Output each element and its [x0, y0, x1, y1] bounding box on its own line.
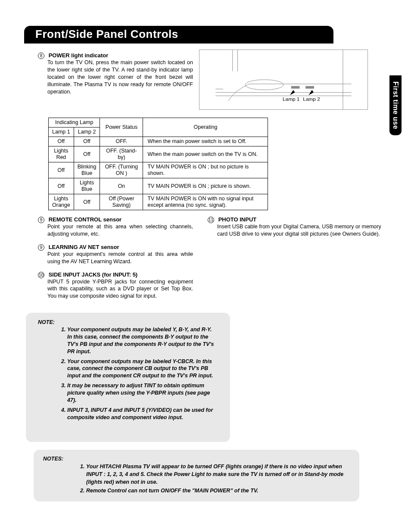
bullet-8-icon: 8 — [38, 53, 44, 59]
section-body: To turn the TV ON, press the main power … — [47, 59, 193, 95]
section-heading: LEARNING AV NET sensor — [49, 244, 119, 250]
th-lamp1: Lamp 1 — [49, 128, 74, 137]
svg-point-5 — [245, 80, 283, 90]
section-heading: REMOTE CONTROL sensor — [49, 216, 122, 223]
section-side-input: 10 SIDE INPUT JACKS (for INPUT: 5) INPUT… — [38, 271, 193, 300]
table-header-row: Indicating Lamp Power Status Operating — [49, 118, 268, 128]
bullet-9b-icon: 9 — [38, 244, 44, 251]
notes-label: NOTES: — [43, 456, 63, 462]
section-remote-sensor: 9 REMOTE CONTROL sensor Point your remot… — [38, 216, 193, 238]
svg-rect-6 — [291, 86, 300, 89]
bullet-10-icon: 10 — [38, 272, 44, 278]
note-box-2: NOTES: Your HITACHI Plasma TV will appea… — [34, 450, 359, 502]
bullet-9-icon: 9 — [38, 217, 44, 223]
th-power: Power Status — [100, 118, 143, 137]
note-item: Your component outputs may be labeled Y-… — [67, 358, 218, 380]
th-lamp2: Lamp 2 — [74, 128, 100, 137]
section-heading: POWER light indicator — [49, 52, 109, 59]
side-tab: First time use — [389, 75, 402, 135]
table-row: Lights Orange Off Off (Power Saving) TV … — [49, 194, 268, 210]
note-label: NOTE: — [38, 319, 55, 325]
table-row: Off Off OFF. When the main power switch … — [49, 137, 268, 146]
th-operating: Operating — [143, 118, 268, 137]
section-heading: SIDE INPUT JACKS (for INPUT: 5) — [49, 271, 138, 278]
section-power-light: 8 POWER light indicator To turn the TV O… — [38, 52, 193, 95]
section-photo-input: 11 PHOTO INPUT Insert USB cable from you… — [208, 216, 385, 238]
table-row: Off Lights Blue On TV MAIN POWER is ON ;… — [49, 178, 268, 194]
note-item: Remote Control can not turn ON/OFF the "… — [86, 487, 350, 495]
section-body: Point your equipment's remote control at… — [47, 251, 193, 265]
note-item: Your HITACHI Plasma TV will appear to be… — [86, 463, 350, 486]
table-row: Off Blinking Blue OFF. (Turning ON ) TV … — [49, 162, 268, 178]
table-row: Lights Red Off OFF. (Stand-by) When the … — [49, 146, 268, 162]
section-learning-sensor: 9 LEARNING AV NET sensor Point your equi… — [38, 244, 193, 265]
lamp-status-table: Indicating Lamp Power Status Operating L… — [48, 118, 268, 210]
note-item: INPUT 3, INPUT 4 and INPUT 5 (Y/VIDEO) c… — [67, 407, 218, 421]
section-body: Point your remote at this area when sele… — [47, 223, 193, 238]
panel-diagram: Lamp 1 Lamp 2 — [199, 50, 368, 110]
bullet-11-icon: 11 — [208, 217, 214, 223]
section-heading: PHOTO INPUT — [218, 216, 257, 223]
lamp2-label: Lamp 2 — [303, 96, 320, 102]
lamp1-label: Lamp 1 — [283, 96, 299, 102]
note-box-1: NOTE: Your component outputs may be labe… — [26, 313, 230, 442]
section-body: Insert USB cable from your Digital Camer… — [217, 223, 385, 238]
page-title: Front/Side Panel Controls — [24, 26, 333, 44]
note-item: It may be necessary to adjust TINT to ob… — [67, 382, 218, 404]
note-item: Your component outputs may be labeled Y,… — [67, 326, 218, 355]
section-body: INPUT 5 provide Y-PBPR jacks for connect… — [47, 278, 193, 300]
th-indicating: Indicating Lamp — [49, 118, 100, 128]
svg-rect-7 — [305, 86, 314, 89]
